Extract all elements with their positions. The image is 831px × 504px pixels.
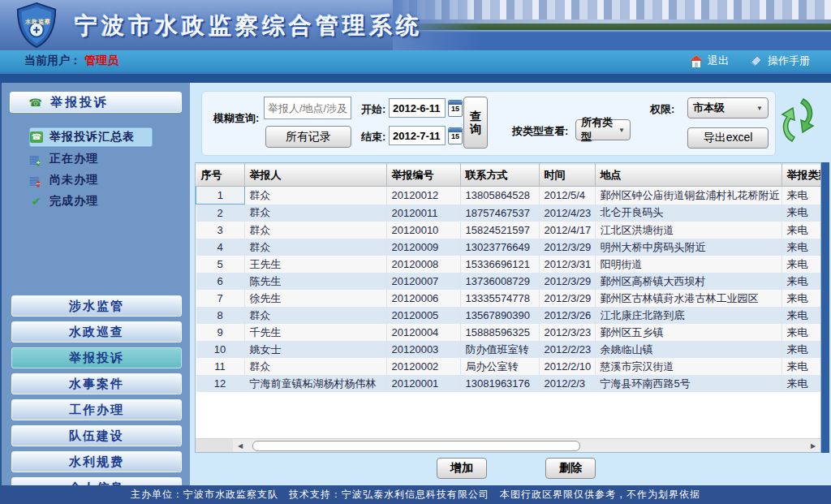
table-cell: 群众	[244, 239, 386, 256]
query-button[interactable]: 查询	[463, 97, 488, 149]
table-cell: 明州大桥中房码头附近	[595, 239, 781, 256]
sidebar-menu-item[interactable]: 水利规费	[11, 451, 182, 472]
column-header[interactable]: 时间	[539, 164, 595, 187]
table-cell: 20120006	[386, 290, 460, 307]
sidebar-menu-item[interactable]: 涉水监管	[11, 295, 182, 317]
table-cell: 15888596325	[460, 324, 539, 341]
horizontal-scrollbar[interactable]: ◀ ▶	[196, 438, 820, 452]
table-cell: 20120011	[386, 205, 460, 222]
end-date-label: 结束:	[361, 130, 385, 144]
end-calendar-icon[interactable]: 15	[448, 127, 463, 144]
sidebar-menu-item[interactable]: 水事案件	[11, 373, 182, 394]
grid-viewport: 序号举报人举报编号联系方式时间地点举报类型涉及水域 1群众20120012138…	[196, 163, 820, 439]
permission-select[interactable]: 市本级 ▼	[687, 97, 769, 118]
table-cell: 4	[196, 239, 245, 256]
sidebar-item[interactable]: 尚未办理	[29, 171, 151, 189]
current-user-name: 管理员	[84, 54, 118, 67]
table-cell: 2012/3/26	[539, 307, 595, 324]
column-header[interactable]: 联系方式	[460, 164, 539, 187]
sidebar-menu-item[interactable]: 水政巡查	[11, 321, 182, 342]
refresh-icon[interactable]	[781, 94, 815, 146]
type-select-value: 所有类型	[581, 115, 618, 144]
table-cell: 20120004	[386, 324, 460, 341]
column-header[interactable]: 举报类型	[781, 164, 820, 187]
book-icon	[750, 55, 763, 67]
sidebar-item[interactable]: 举报投诉汇总表	[29, 127, 153, 147]
logout-label: 退出	[708, 54, 729, 68]
table-cell: 7	[196, 290, 245, 307]
table-cell: 11	[196, 358, 245, 375]
table-cell: 王先生	[244, 256, 386, 273]
table-cell: 宁海县环南西路5号	[595, 375, 781, 392]
table-row[interactable]: 3群众20120010158245215972012/4/17江北区洪塘街道来电…	[196, 222, 821, 239]
table-cell: 余姚临山镇	[595, 341, 781, 358]
start-date-input[interactable]	[389, 98, 446, 118]
filter-panel: 模糊查询: 所有记录 开始: 15 结束: 15 查询 按类型查看: 所有类型 …	[201, 91, 776, 156]
sidebar-item[interactable]: 完成办理	[29, 192, 151, 210]
table-cell: 2012/2/3	[539, 375, 595, 392]
sidebar-menu-item[interactable]: 工作办理	[11, 399, 182, 420]
table-cell: 20120007	[386, 273, 460, 290]
column-header[interactable]: 举报编号	[386, 164, 460, 187]
sidebar-menu-selected[interactable]: 举报投诉	[11, 347, 182, 368]
scroll-right-arrow-icon[interactable]: ▶	[807, 440, 819, 451]
table-row[interactable]: 1群众20120012138058645282012/5/4鄞州区钟公庙街道铜盆…	[196, 187, 821, 205]
footer-text: 主办单位：宁波市水政监察支队 技术支持：宁波弘泰水利信息科技有限公司 本图行政区…	[131, 488, 700, 502]
table-row[interactable]: 4群众20120009130237766492012/3/29明州大桥中房码头附…	[196, 239, 821, 256]
add-button[interactable]: 增加	[437, 458, 487, 479]
table-cell: 2012/4/17	[539, 222, 595, 239]
table-cell: 2012/3/23	[539, 324, 595, 341]
all-records-button[interactable]: 所有记录	[265, 126, 351, 148]
table-cell: 徐先生	[244, 290, 386, 307]
app-banner: 水政监察 宁波市水政监察综合管理系统	[0, 0, 831, 50]
end-date-input[interactable]	[389, 126, 446, 145]
table-cell: 鄞州区钟公庙街道铜盆浦村礼花桥附近	[595, 187, 781, 205]
table-row[interactable]: 11群众20120002局办公室转2012/2/10慈溪市宗汉街道来电	[196, 358, 821, 375]
table-cell: 来电	[781, 341, 820, 358]
scroll-left-arrow-icon[interactable]: ◀	[235, 440, 246, 451]
table-row[interactable]: 10姚女士20120003防办值班室转2012/2/23余姚临山镇来电余姚新奄	[196, 341, 821, 358]
manual-button[interactable]: 操作手册	[750, 54, 810, 68]
report-table: 序号举报人举报编号联系方式时间地点举报类型涉及水域 1群众20120012138…	[196, 163, 820, 392]
table-row[interactable]: 6陈先生20120007137360087292012/3/29鄞州区高桥镇大西…	[196, 273, 821, 290]
table-cell: 鄞州区五乡镇	[595, 324, 781, 341]
column-header[interactable]: 举报人	[244, 164, 386, 187]
table-cell: 10	[196, 341, 245, 358]
export-excel-button[interactable]: 导出excel	[687, 127, 769, 149]
table-row[interactable]: 7徐先生20120006133355747782012/3/29鄞州区古林镇葑水…	[196, 290, 821, 307]
sidebar-item[interactable]: 正在办理	[29, 150, 151, 168]
table-cell: 2012/5/4	[539, 187, 595, 205]
table-cell: 20120005	[386, 307, 460, 324]
table-cell: 鄞州区高桥镇大西坝村	[595, 273, 781, 290]
table-row[interactable]: 8群众20120005135678903902012/3/26江北康庄北路到底来…	[196, 307, 821, 324]
table-cell: 20120001	[386, 375, 460, 392]
table-cell: 20120012	[386, 187, 460, 205]
table-cell: 来电	[781, 187, 820, 205]
type-select[interactable]: 所有类型 ▼	[575, 119, 631, 140]
delete-button[interactable]: 删除	[545, 458, 596, 479]
table-cell: 陈先生	[244, 273, 386, 290]
table-row[interactable]: 2群众20120011187574675372012/4/23北仑开良码头来电	[196, 205, 821, 222]
table-cell: 5	[196, 256, 245, 273]
table-header-row: 序号举报人举报编号联系方式时间地点举报类型涉及水域	[196, 164, 821, 187]
scrollbar-thumb[interactable]	[252, 441, 580, 451]
fuzzy-search-input[interactable]	[264, 97, 351, 119]
table-cell: 2012/3/29	[539, 239, 595, 256]
table-row[interactable]: 9千先生20120004158885963252012/3/23鄞州区五乡镇来电	[196, 324, 821, 341]
table-cell: 来电	[781, 307, 820, 324]
start-calendar-icon[interactable]: 15	[448, 100, 463, 117]
table-row[interactable]: 5王先生20120008153366961212012/3/31阳明街道来电	[196, 256, 821, 273]
table-cell: 13567890390	[460, 307, 539, 324]
sidebar-section-header: 举报投诉	[10, 92, 182, 113]
page-title: 宁波市水政监察综合管理系统	[75, 11, 423, 41]
sidebar-item-label: 尚未办理	[50, 173, 98, 187]
table-cell: 来电	[781, 205, 820, 222]
table-cell: 来电	[781, 239, 820, 256]
table-row[interactable]: 12宁海前童镇柘湖杨村杨伟林20120001130819631762012/2/…	[196, 375, 821, 392]
logout-button[interactable]: 退出	[690, 54, 729, 68]
sidebar-menu-item[interactable]: 队伍建设	[11, 425, 182, 446]
table-cell: 2	[196, 205, 245, 222]
column-header[interactable]: 序号	[196, 164, 245, 187]
city-photo	[393, 0, 831, 50]
column-header[interactable]: 地点	[595, 164, 781, 187]
